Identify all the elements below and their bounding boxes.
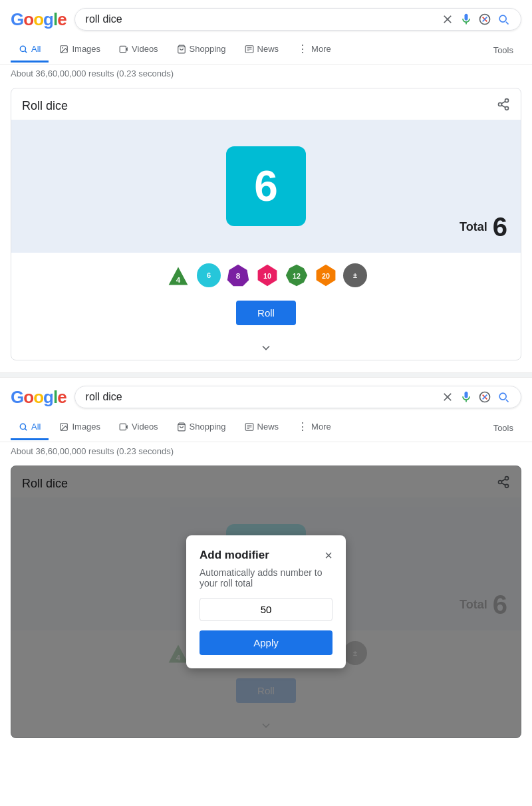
- top-total-display: Total 6: [460, 212, 507, 242]
- tab-news-top[interactable]: News: [237, 37, 287, 63]
- top-dice-value: 6: [254, 162, 278, 211]
- more-dots-icon: ⋮: [297, 43, 308, 55]
- d20-icon: 20: [314, 263, 338, 287]
- tab-more-bottom[interactable]: ⋮ More: [289, 414, 339, 442]
- top-chevron-down[interactable]: [11, 336, 521, 360]
- svg-point-16: [505, 106, 509, 110]
- videos-tab-icon: [119, 45, 128, 54]
- bottom-section: Google All: [0, 378, 532, 750]
- modal-close-button[interactable]: ×: [325, 549, 332, 562]
- top-dice-display: 6 Total 6: [11, 120, 521, 253]
- videos-tab-icon: [119, 422, 128, 432]
- bottom-google-logo[interactable]: Google: [11, 387, 66, 408]
- chevron-down-icon: [259, 341, 273, 354]
- top-nav-tabs: All Images Videos Shopping News ⋮ More T…: [0, 36, 532, 65]
- mic-icon: [460, 390, 473, 404]
- shopping-tab-icon: [177, 45, 186, 54]
- d8-icon: 8: [226, 263, 250, 287]
- tab-all-bottom[interactable]: All: [11, 415, 49, 440]
- svg-point-6: [63, 47, 64, 49]
- top-dice-cube: 6: [226, 146, 306, 226]
- search-icon: [497, 390, 510, 404]
- top-results-count: About 36,60,00,000 results (0.23 seconds…: [0, 65, 532, 82]
- bottom-header: Google: [0, 378, 532, 414]
- d12-icon: 12: [285, 263, 309, 287]
- svg-text:4: 4: [176, 275, 181, 284]
- svg-point-3: [20, 46, 25, 51]
- svg-text:10: 10: [263, 272, 271, 280]
- bottom-search-input[interactable]: [86, 391, 436, 403]
- more-dots-icon: ⋮: [297, 420, 308, 433]
- svg-text:12: 12: [293, 272, 301, 280]
- svg-line-33: [25, 428, 27, 430]
- bottom-search-button[interactable]: [497, 390, 510, 404]
- top-share-button[interactable]: [497, 98, 510, 114]
- search-tab-icon: [19, 422, 28, 432]
- top-total-value: 6: [493, 212, 507, 242]
- dice-d4-button-top[interactable]: 4: [165, 263, 192, 290]
- svg-line-18: [501, 101, 505, 103]
- top-search-input[interactable]: [86, 13, 436, 25]
- images-tab-icon: [59, 45, 68, 54]
- lens-icon: [478, 13, 491, 26]
- close-icon: [441, 390, 454, 404]
- tab-more-top[interactable]: ⋮ More: [289, 36, 339, 64]
- tab-images-top[interactable]: Images: [51, 37, 108, 63]
- top-mic-button[interactable]: [460, 13, 473, 26]
- top-search-button[interactable]: [497, 13, 510, 26]
- dice-d6-button-top[interactable]: 6: [197, 263, 221, 287]
- modifier-modal-container: Add modifier × Automatically adds number…: [186, 535, 346, 668]
- tab-all-top[interactable]: All: [11, 37, 49, 63]
- top-header: Google: [0, 0, 532, 36]
- close-icon: [441, 13, 454, 26]
- tab-videos-bottom[interactable]: Videos: [111, 415, 166, 440]
- tab-shopping-bottom[interactable]: Shopping: [169, 415, 234, 440]
- tab-tools-bottom[interactable]: Tools: [485, 416, 521, 440]
- dice-d20-button-top[interactable]: 20: [314, 263, 338, 287]
- svg-point-15: [499, 103, 502, 106]
- svg-text:8: 8: [236, 271, 241, 280]
- search-icon: [497, 13, 510, 26]
- modal-description: Automatically adds number to your roll t…: [200, 567, 332, 589]
- dice-custom-button-top[interactable]: ±: [343, 263, 367, 287]
- top-dice-card: Roll dice 6 Total 6 4 6: [11, 88, 521, 360]
- google-logo[interactable]: Google: [11, 9, 66, 30]
- top-clear-button[interactable]: [441, 13, 454, 26]
- top-lens-button[interactable]: [478, 13, 491, 26]
- top-dice-card-title: Roll dice: [22, 99, 68, 113]
- tab-news-bottom[interactable]: News: [237, 415, 287, 440]
- modifier-modal: Add modifier × Automatically adds number…: [186, 535, 346, 668]
- bottom-mic-button[interactable]: [460, 390, 473, 404]
- svg-point-35: [63, 425, 64, 426]
- tab-shopping-top[interactable]: Shopping: [169, 37, 234, 63]
- section-divider: [0, 372, 532, 378]
- share-icon: [497, 98, 510, 111]
- dice-d8-button-top[interactable]: 8: [226, 263, 250, 287]
- dice-d10-button-top[interactable]: 10: [255, 263, 279, 287]
- modal-apply-button[interactable]: Apply: [200, 630, 332, 655]
- bottom-dice-card-wrapper: Roll dice 6 Total 6 4 6: [11, 466, 521, 738]
- svg-text:20: 20: [322, 272, 330, 280]
- top-roll-button[interactable]: Roll: [236, 301, 296, 325]
- dice-d12-button-top[interactable]: 12: [285, 263, 309, 287]
- d4-icon: 4: [166, 265, 190, 289]
- bottom-nav-tabs: All Images Videos Shopping News ⋮ More T…: [0, 414, 532, 442]
- mic-icon: [460, 13, 473, 26]
- top-total-label: Total: [460, 220, 487, 234]
- images-tab-icon: [59, 422, 68, 432]
- tab-images-bottom[interactable]: Images: [51, 415, 108, 440]
- modifier-input[interactable]: [200, 598, 332, 621]
- news-tab-icon: [245, 422, 254, 432]
- d10-icon: 10: [255, 263, 279, 287]
- bottom-search-bar: [74, 386, 521, 408]
- bottom-lens-button[interactable]: [478, 390, 491, 404]
- bottom-clear-button[interactable]: [441, 390, 454, 404]
- svg-point-14: [505, 99, 509, 102]
- tab-tools-top[interactable]: Tools: [485, 39, 521, 62]
- top-dice-types: 4 6 8 10: [11, 253, 521, 301]
- tab-videos-top[interactable]: Videos: [111, 37, 166, 63]
- bottom-results-count: About 36,60,00,000 results (0.23 seconds…: [0, 442, 532, 460]
- top-dice-card-header: Roll dice: [11, 88, 521, 120]
- lens-icon: [478, 390, 491, 404]
- svg-rect-36: [120, 424, 126, 430]
